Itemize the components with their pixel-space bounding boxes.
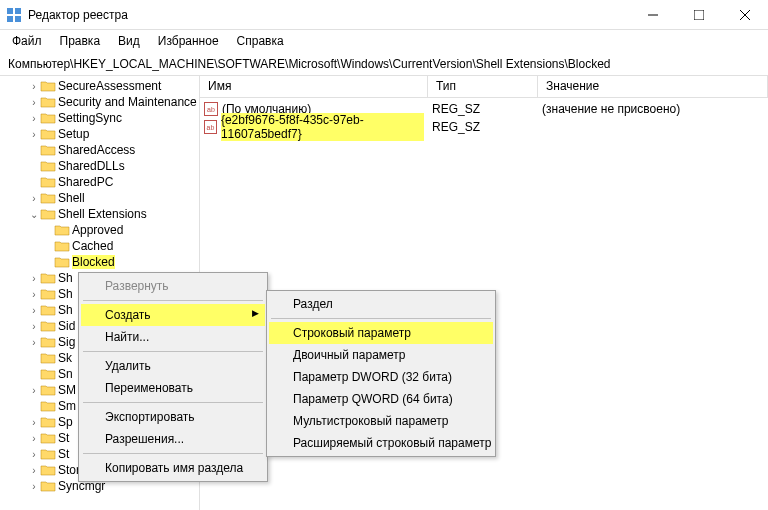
folder-icon <box>54 239 70 253</box>
ctx-separator <box>83 453 263 454</box>
folder-icon <box>40 271 56 285</box>
expand-icon[interactable]: › <box>28 273 40 284</box>
folder-icon <box>40 111 56 125</box>
expand-icon[interactable]: › <box>28 97 40 108</box>
sub-dword[interactable]: Параметр DWORD (32 бита) <box>269 366 493 388</box>
ctx-copy-keyname[interactable]: Копировать имя раздела <box>81 457 265 479</box>
context-submenu-create: Раздел Строковый параметр Двоичный парам… <box>266 290 496 457</box>
tree-item-label: SM <box>58 383 76 397</box>
tree-item[interactable]: SharedDLLs <box>0 158 199 174</box>
tree-item[interactable]: Cached <box>0 238 199 254</box>
folder-icon <box>40 479 56 493</box>
expand-icon[interactable]: › <box>28 337 40 348</box>
list-row[interactable]: ab{e2bf9676-5f8f-435c-97eb-11607a5bedf7}… <box>200 118 768 136</box>
folder-icon <box>40 143 56 157</box>
folder-icon <box>40 159 56 173</box>
expand-icon[interactable]: › <box>28 289 40 300</box>
tree-item-label: SharedPC <box>58 175 113 189</box>
expand-icon[interactable]: › <box>28 417 40 428</box>
maximize-button[interactable] <box>676 0 722 30</box>
menubar: Файл Правка Вид Избранное Справка <box>0 30 768 52</box>
folder-icon <box>40 415 56 429</box>
tree-item-label: Setup <box>58 127 89 141</box>
ctx-separator <box>83 300 263 301</box>
ctx-create[interactable]: Создать▶ <box>81 304 265 326</box>
folder-icon <box>40 335 56 349</box>
ctx-permissions[interactable]: Разрешения... <box>81 428 265 450</box>
ctx-separator <box>83 402 263 403</box>
ctx-delete[interactable]: Удалить <box>81 355 265 377</box>
expand-icon[interactable]: ⌄ <box>28 209 40 220</box>
expand-icon[interactable]: › <box>28 193 40 204</box>
menu-help[interactable]: Справка <box>229 32 292 50</box>
sub-binary[interactable]: Двоичный параметр <box>269 344 493 366</box>
list-body: ab(По умолчанию)REG_SZ(значение не присв… <box>200 98 768 136</box>
tree-item-label: Sig <box>58 335 75 349</box>
tree-item[interactable]: Blocked <box>0 254 199 270</box>
expand-icon[interactable]: › <box>28 449 40 460</box>
tree-item-label: Security and Maintenance <box>58 95 197 109</box>
expand-icon[interactable]: › <box>28 81 40 92</box>
ctx-expand[interactable]: Развернуть <box>81 275 265 297</box>
folder-icon <box>40 287 56 301</box>
expand-icon[interactable]: › <box>28 465 40 476</box>
menu-view[interactable]: Вид <box>110 32 148 50</box>
folder-icon <box>40 447 56 461</box>
tree-item[interactable]: SharedPC <box>0 174 199 190</box>
folder-icon <box>40 207 56 221</box>
folder-icon <box>40 399 56 413</box>
expand-icon[interactable]: › <box>28 321 40 332</box>
sub-multistring[interactable]: Мультистроковый параметр <box>269 410 493 432</box>
tree-item[interactable]: ›SettingSync <box>0 110 199 126</box>
sub-key[interactable]: Раздел <box>269 293 493 315</box>
menu-favorites[interactable]: Избранное <box>150 32 227 50</box>
ctx-export[interactable]: Экспортировать <box>81 406 265 428</box>
tree-item-label: Sh <box>58 271 73 285</box>
close-button[interactable] <box>722 0 768 30</box>
expand-icon[interactable]: › <box>28 385 40 396</box>
col-type[interactable]: Тип <box>428 76 538 97</box>
col-val[interactable]: Значение <box>538 76 768 97</box>
ctx-find[interactable]: Найти... <box>81 326 265 348</box>
tree-item-label: Shell <box>58 191 85 205</box>
window-title: Редактор реестра <box>28 8 630 22</box>
svg-rect-1 <box>15 8 21 14</box>
folder-icon <box>54 255 70 269</box>
tree-item[interactable]: ⌄Shell Extensions <box>0 206 199 222</box>
menu-file[interactable]: Файл <box>4 32 50 50</box>
svg-rect-0 <box>7 8 13 14</box>
sub-string[interactable]: Строковый параметр <box>269 322 493 344</box>
ctx-separator <box>83 351 263 352</box>
tree-item[interactable]: ›Security and Maintenance <box>0 94 199 110</box>
tree-item[interactable]: SharedAccess <box>0 142 199 158</box>
menu-edit[interactable]: Правка <box>52 32 109 50</box>
folder-icon <box>40 463 56 477</box>
tree-item-label: SharedDLLs <box>58 159 125 173</box>
expand-icon[interactable]: › <box>28 305 40 316</box>
tree-item[interactable]: ›Setup <box>0 126 199 142</box>
tree-item-label: Sh <box>58 303 73 317</box>
folder-icon <box>40 303 56 317</box>
sub-expandstring[interactable]: Расширяемый строковый параметр <box>269 432 493 454</box>
tree-item[interactable]: ›SecureAssessment <box>0 78 199 94</box>
tree-item-label: Shell Extensions <box>58 207 147 221</box>
expand-icon[interactable]: › <box>28 129 40 140</box>
folder-icon <box>40 351 56 365</box>
expand-icon[interactable]: › <box>28 433 40 444</box>
tree-item[interactable]: ›Shell <box>0 190 199 206</box>
folder-icon <box>54 223 70 237</box>
context-menu: Развернуть Создать▶ Найти... Удалить Пер… <box>78 272 268 482</box>
ctx-rename[interactable]: Переименовать <box>81 377 265 399</box>
tree-item-label: SharedAccess <box>58 143 135 157</box>
expand-icon[interactable]: › <box>28 481 40 492</box>
minimize-button[interactable] <box>630 0 676 30</box>
tree-item-label: Sid <box>58 319 75 333</box>
tree-item-label: SettingSync <box>58 111 122 125</box>
app-icon <box>6 7 22 23</box>
sub-qword[interactable]: Параметр QWORD (64 бита) <box>269 388 493 410</box>
tree-item[interactable]: Approved <box>0 222 199 238</box>
tree-item-label: SecureAssessment <box>58 79 161 93</box>
expand-icon[interactable]: › <box>28 113 40 124</box>
col-name[interactable]: Имя <box>200 76 428 97</box>
address-bar[interactable]: Компьютер\HKEY_LOCAL_MACHINE\SOFTWARE\Mi… <box>0 52 768 76</box>
